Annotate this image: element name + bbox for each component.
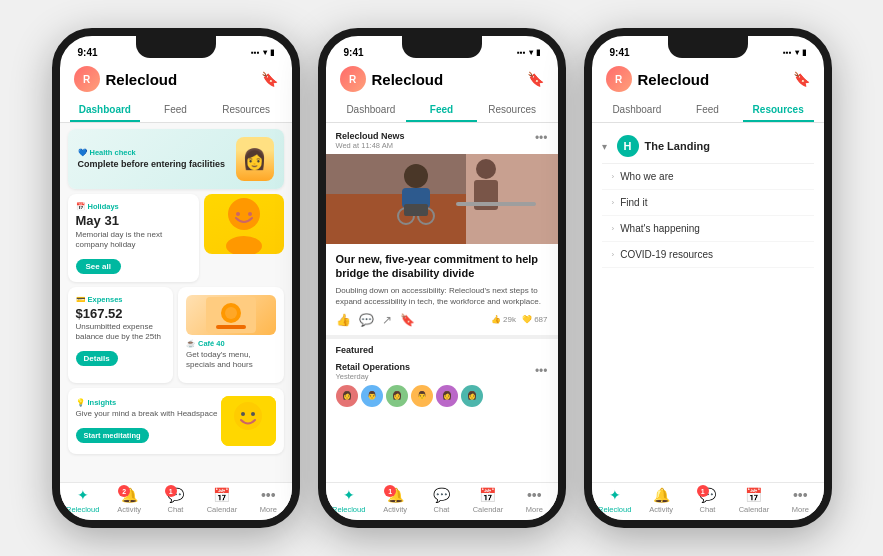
chevron-icon-1: › (612, 198, 615, 207)
nav-calendar-label-3: Calendar (739, 505, 769, 514)
comment-icon[interactable]: 💬 (359, 313, 374, 327)
time-1: 9:41 (78, 47, 98, 58)
signal-icon-3: ▪▪▪ (783, 48, 792, 57)
news-time: Wed at 11:48 AM (336, 141, 405, 150)
share-icon[interactable]: ↗ (382, 313, 392, 327)
app-name-3: Relecloud (638, 71, 710, 88)
resource-label-2: What's happening (620, 223, 700, 234)
tab-feed-1[interactable]: Feed (140, 98, 211, 122)
health-card: 💙 Health check Complete before entering … (68, 129, 284, 189)
like-icon[interactable]: 👍 (336, 313, 351, 327)
expense-amount: $167.52 (76, 306, 166, 321)
resource-item-1[interactable]: › Find it (602, 190, 814, 216)
app-header-2: R Relecloud 🔖 (326, 62, 558, 98)
headspace-illustration-top (204, 194, 284, 254)
more-nav-icon-1: ••• (261, 487, 276, 503)
resources-content-area: ▾ H The Landing › Who we are › Find it (592, 123, 824, 482)
health-icon: 💙 (78, 148, 87, 157)
time-2: 9:41 (344, 47, 364, 58)
svg-rect-22 (456, 202, 536, 206)
comments-count: 💛 687 (522, 315, 548, 324)
signal-icon-2: ▪▪▪ (517, 48, 526, 57)
nav-relecloud-3[interactable]: ✦ Relecloud (592, 487, 638, 514)
nav-more-3[interactable]: ••• More (777, 487, 823, 514)
bookmark-icon-2[interactable]: 🔖 (527, 71, 544, 87)
group-icon-letter: H (624, 140, 632, 152)
cafe-illustration (186, 295, 276, 335)
news-desc: Doubling down on accessibility: Releclou… (336, 285, 548, 307)
calendar-nav-icon-1: 📅 (213, 487, 230, 503)
group-collapse-icon[interactable]: ▾ (602, 141, 607, 152)
tab-resources-2[interactable]: Resources (477, 98, 548, 122)
tab-dashboard-2[interactable]: Dashboard (336, 98, 407, 122)
resource-label-1: Find it (620, 197, 647, 208)
avatar-2: 👨 (361, 385, 383, 407)
retail-more-icon[interactable]: ••• (535, 364, 548, 378)
app-logo-2: R (340, 66, 366, 92)
nav-calendar-1[interactable]: 📅 Calendar (199, 487, 245, 514)
nav-chat-1[interactable]: 1 💬 Chat (152, 487, 198, 514)
tab-bar-3: Dashboard Feed Resources (592, 98, 824, 123)
retail-ops-time: Yesterday (336, 372, 411, 381)
tab-dashboard-3[interactable]: Dashboard (602, 98, 673, 122)
nav-activity-1[interactable]: 2 🔔 Activity (106, 487, 152, 514)
svg-point-10 (241, 412, 245, 416)
expenses-label: Expenses (88, 295, 123, 304)
svg-rect-19 (404, 204, 428, 216)
resource-item-0[interactable]: › Who we are (602, 164, 814, 190)
nav-more-1[interactable]: ••• More (245, 487, 291, 514)
nav-relecloud-label-2: Relecloud (332, 505, 365, 514)
nav-calendar-label-1: Calendar (207, 505, 237, 514)
holiday-label: Holidays (88, 202, 119, 211)
nav-calendar-2[interactable]: 📅 Calendar (465, 487, 511, 514)
battery-icon-3: ▮ (802, 48, 806, 57)
holiday-icon: 📅 (76, 202, 85, 211)
bookmark-icon-3[interactable]: 🔖 (793, 71, 810, 87)
tab-resources-1[interactable]: Resources (211, 98, 282, 122)
app-header-3: R Relecloud 🔖 (592, 62, 824, 98)
tab-feed-2[interactable]: Feed (406, 98, 477, 122)
nav-relecloud-1[interactable]: ✦ Relecloud (60, 487, 106, 514)
app-name-1: Relecloud (106, 71, 178, 88)
news-body: Our new, five-year commitment to help br… (326, 244, 558, 335)
relecloud-nav-icon-2: ✦ (343, 487, 355, 503)
status-bar-2: 9:41 ▪▪▪ ▾ ▮ (326, 36, 558, 62)
health-desc: Complete before entering facilities (78, 159, 236, 170)
nav-chat-label-2: Chat (434, 505, 450, 514)
tab-feed-3[interactable]: Feed (672, 98, 743, 122)
resource-item-3[interactable]: › COVID-19 resources (602, 242, 814, 268)
holiday-date: May 31 (76, 213, 191, 228)
tab-resources-3[interactable]: Resources (743, 98, 814, 122)
nav-relecloud-2[interactable]: ✦ Relecloud (326, 487, 372, 514)
logo-area-2: R Relecloud (340, 66, 444, 92)
bookmark-icon-1[interactable]: 🔖 (261, 71, 278, 87)
headspace-smiley (221, 396, 276, 446)
see-all-button[interactable]: See all (76, 259, 121, 274)
relecloud-nav-icon-3: ✦ (609, 487, 621, 503)
tab-dashboard-1[interactable]: Dashboard (70, 98, 141, 122)
nav-activity-label-3: Activity (649, 505, 673, 514)
nav-calendar-3[interactable]: 📅 Calendar (731, 487, 777, 514)
resource-group-landing: ▾ H The Landing › Who we are › Find it (602, 129, 814, 268)
cafe-label: Café 40 (198, 339, 225, 348)
avatars-row: 👩 👨 👩 👨 👩 👩 (336, 385, 548, 407)
nav-chat-2[interactable]: 💬 Chat (418, 487, 464, 514)
wifi-icon: ▾ (263, 48, 267, 57)
details-button[interactable]: Details (76, 351, 118, 366)
app-name-2: Relecloud (372, 71, 444, 88)
start-meditating-button[interactable]: Start meditating (76, 428, 149, 443)
nav-more-2[interactable]: ••• More (511, 487, 557, 514)
save-icon[interactable]: 🔖 (400, 313, 415, 327)
nav-chat-3[interactable]: 1 💬 Chat (684, 487, 730, 514)
feed-content-area: Relecloud News Wed at 11:48 AM ••• (326, 123, 558, 482)
news-stats: 👍 29k 💛 687 (491, 315, 548, 324)
svg-point-15 (404, 164, 428, 188)
nav-calendar-label-2: Calendar (473, 505, 503, 514)
nav-activity-3[interactable]: 🔔 Activity (638, 487, 684, 514)
news-more-icon[interactable]: ••• (535, 131, 548, 145)
resource-item-2[interactable]: › What's happening (602, 216, 814, 242)
svg-point-20 (476, 159, 496, 179)
health-label-text: Health check (90, 148, 136, 157)
status-bar-1: 9:41 ▪▪▪ ▾ ▮ (60, 36, 292, 62)
nav-activity-2[interactable]: 1 🔔 Activity (372, 487, 418, 514)
